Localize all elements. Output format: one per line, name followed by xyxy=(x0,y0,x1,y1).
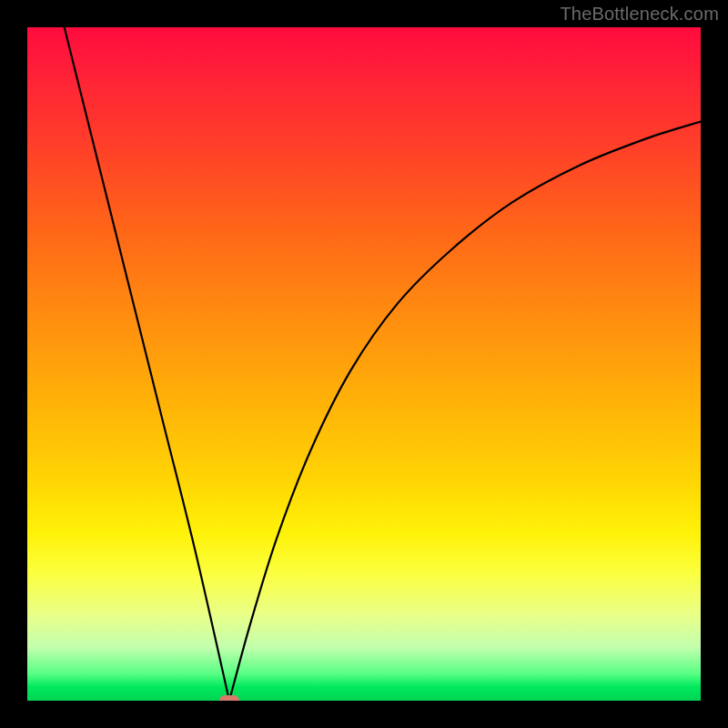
chart-frame: TheBottleneck.com xyxy=(0,0,728,728)
plot-area xyxy=(27,27,701,701)
watermark-text: TheBottleneck.com xyxy=(560,4,719,25)
bottleneck-curve xyxy=(65,27,701,701)
curve-layer xyxy=(27,27,701,701)
optimum-marker xyxy=(219,695,239,701)
